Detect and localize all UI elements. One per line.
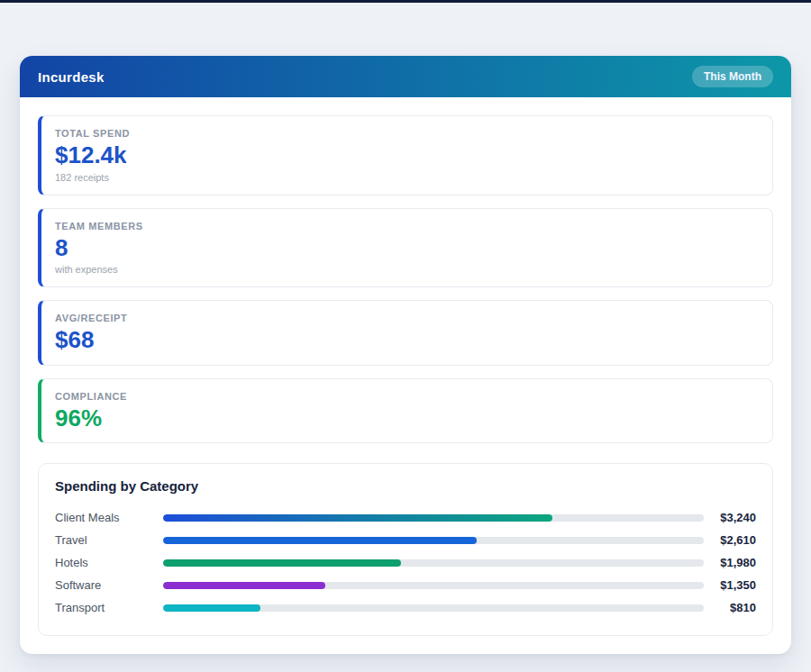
category-label: Travel (55, 533, 163, 547)
stat-label: TOTAL SPEND (55, 128, 758, 139)
stat-label: TEAM MEMBERS (55, 221, 758, 232)
spending-chart-title: Spending by Category (55, 478, 756, 494)
category-label: Software (55, 578, 163, 592)
stat-sub: with expenses (55, 264, 758, 275)
category-label: Hotels (55, 556, 163, 569)
bar-fill (163, 604, 260, 612)
stat-card-total-spend: TOTAL SPEND $12.4k 182 receipts (38, 115, 773, 195)
top-edge-bar (0, 0, 811, 3)
category-label: Client Meals (55, 511, 163, 524)
spending-by-category-card: Spending by Category Client Meals $3,240… (38, 463, 773, 636)
stat-card-compliance: COMPLIANCE 96% (38, 378, 773, 444)
category-label: Transport (55, 601, 163, 614)
category-value: $3,240 (704, 511, 756, 524)
app-body: TOTAL SPEND $12.4k 182 receipts TEAM MEM… (20, 97, 791, 654)
category-row: Client Meals $3,240 (55, 506, 756, 529)
stat-value: $12.4k (55, 142, 758, 168)
stat-label: AVG/RECEIPT (55, 313, 758, 323)
category-value: $1,980 (704, 556, 756, 569)
stat-value: $68 (55, 327, 758, 353)
bar-track (163, 514, 704, 522)
period-badge[interactable]: This Month (692, 66, 773, 87)
category-row: Software $1,350 (55, 574, 756, 596)
category-value: $810 (704, 601, 756, 614)
bar-fill (163, 559, 401, 567)
category-row: Hotels $1,980 (55, 551, 756, 574)
category-row: Transport $810 (55, 596, 756, 619)
category-value: $2,610 (704, 533, 756, 547)
category-rows: Client Meals $3,240 Travel $2,610 Hotels… (55, 506, 756, 619)
bar-track (163, 582, 704, 589)
stat-card-team-members: TEAM MEMBERS 8 with expenses (38, 208, 773, 288)
stat-sub: 182 receipts (55, 172, 758, 183)
bar-fill (163, 514, 552, 522)
bar-fill (163, 537, 477, 544)
stat-card-avg-receipt: AVG/RECEIPT $68 (38, 300, 773, 366)
bar-fill (163, 582, 325, 589)
category-value: $1,350 (704, 578, 756, 592)
bar-track (163, 559, 704, 567)
stat-label: COMPLIANCE (55, 391, 758, 402)
app-header: Incurdesk This Month (20, 56, 791, 97)
bar-track (163, 604, 704, 612)
stat-value: 96% (55, 405, 758, 431)
app-title: Incurdesk (38, 69, 105, 85)
stat-value: 8 (55, 235, 758, 261)
dashboard-card: Incurdesk This Month TOTAL SPEND $12.4k … (20, 56, 791, 654)
category-row: Travel $2,610 (55, 529, 756, 551)
bar-track (163, 537, 704, 544)
